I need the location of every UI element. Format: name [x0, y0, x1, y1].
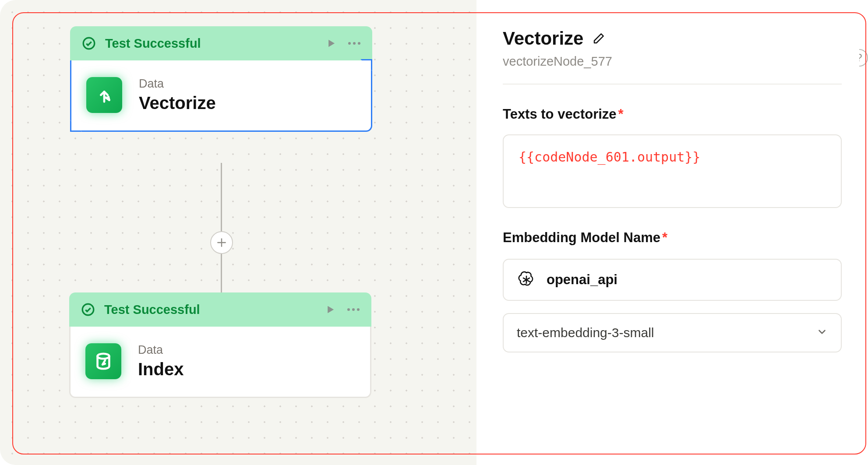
required-asterisk: * [662, 230, 667, 245]
node-category: Data [139, 77, 216, 91]
run-node-button[interactable] [325, 37, 337, 49]
node-index[interactable]: Test Successful Data [69, 292, 371, 398]
node-more-button[interactable] [348, 41, 361, 46]
node-header: Test Successful [70, 26, 372, 60]
svg-point-5 [358, 42, 360, 45]
svg-point-4 [353, 42, 356, 45]
divider [503, 84, 842, 85]
edit-title-button[interactable] [592, 32, 605, 45]
run-node-button[interactable] [324, 303, 336, 316]
more-horizontal-icon [348, 41, 361, 46]
check-circle-icon [81, 36, 96, 51]
chevron-down-icon [816, 326, 828, 339]
embedding-model-select[interactable]: text-embedding-3-small [503, 313, 842, 352]
node-category: Data [138, 343, 183, 357]
field-label-texts: Texts to vectorize* [503, 106, 842, 122]
more-horizontal-icon [347, 307, 360, 312]
pencil-icon [592, 32, 605, 45]
node-body: Data Index [69, 327, 371, 398]
app-viewport: Test Successful Data [0, 0, 868, 465]
svg-point-7 [347, 308, 350, 311]
field-label-model: Embedding Model Name* [503, 230, 842, 246]
texts-input-value: {{codeNode_601.output}} [519, 149, 700, 165]
plus-icon [216, 237, 227, 248]
node-header: Test Successful [69, 292, 371, 327]
node-status-text: Test Successful [105, 36, 316, 51]
panel-subtitle: vectorizeNode_577 [503, 54, 842, 69]
details-panel: ? Vectorize vectorizeNode_577 Texts to v… [476, 0, 868, 465]
node-title: Vectorize [139, 93, 216, 113]
texts-to-vectorize-input[interactable]: {{codeNode_601.output}} [503, 134, 842, 208]
edge-connector [221, 163, 222, 294]
node-body: Data Vectorize [70, 60, 372, 132]
node-status-text: Test Successful [104, 303, 315, 317]
index-icon [85, 343, 121, 379]
add-node-button[interactable] [210, 231, 233, 254]
svg-point-10 [98, 354, 109, 359]
model-select-value: text-embedding-3-small [517, 325, 654, 340]
node-labels: Data Vectorize [139, 77, 216, 113]
node-vectorize[interactable]: Test Successful Data [70, 26, 372, 132]
field-label-text: Texts to vectorize [503, 106, 617, 122]
provider-value: openai_api [547, 272, 617, 288]
openai-icon [517, 270, 536, 289]
play-icon [324, 303, 336, 316]
node-more-button[interactable] [347, 307, 360, 312]
required-asterisk: * [618, 106, 624, 122]
svg-point-3 [348, 42, 351, 45]
node-title: Index [138, 359, 183, 379]
flow-canvas[interactable]: Test Successful Data [0, 0, 476, 465]
field-label-text: Embedding Model Name [503, 230, 660, 245]
svg-point-8 [352, 308, 355, 311]
play-icon [325, 37, 337, 49]
check-circle-icon [81, 302, 95, 317]
embedding-provider-select[interactable]: openai_api [503, 259, 842, 301]
help-button[interactable]: ? [850, 49, 868, 67]
node-labels: Data Index [138, 343, 183, 379]
panel-title: Vectorize [503, 28, 583, 49]
vectorize-icon [86, 77, 122, 113]
svg-point-9 [357, 308, 360, 311]
